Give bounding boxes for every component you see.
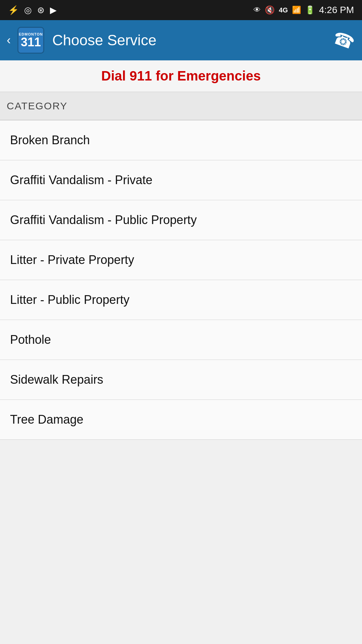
service-list-item[interactable]: Litter - Private Property (0, 240, 362, 280)
service-list-item[interactable]: Graffiti Vandalism - Public Property (0, 200, 362, 240)
mute-icon: 🔇 (265, 5, 275, 15)
app-logo: EDMONTON 311 (17, 27, 44, 54)
usb-icon: ⚡ (8, 5, 19, 15)
service-item-label: Litter - Public Property (10, 293, 129, 307)
category-label: CATEGORY (7, 100, 68, 111)
emergency-banner: Dial 911 for Emergencies (0, 60, 362, 92)
wifi-icon: ⊛ (37, 5, 45, 15)
service-list-item[interactable]: Broken Branch (0, 120, 362, 160)
logo-311: 311 (21, 36, 41, 48)
play-icon: ▶ (50, 5, 57, 15)
service-item-label: Graffiti Vandalism - Private (10, 173, 153, 187)
service-list-item[interactable]: Litter - Public Property (0, 280, 362, 320)
app-bar-left: ‹ EDMONTON 311 Choose Service (7, 27, 157, 54)
status-bar-right-icons: 👁 🔇 4G 📶 🔋 4:26 PM (253, 5, 354, 15)
category-header: CATEGORY (0, 92, 362, 120)
location-icon: ◎ (24, 5, 32, 15)
battery-icon: 🔋 (305, 5, 315, 15)
app-bar: ‹ EDMONTON 311 Choose Service ☎ (0, 20, 362, 60)
service-item-label: Broken Branch (10, 133, 90, 147)
eye-icon: 👁 (253, 6, 261, 14)
lte-icon: 4G (279, 6, 288, 14)
page-title: Choose Service (52, 32, 157, 49)
status-bar: ⚡ ◎ ⊛ ▶ 👁 🔇 4G 📶 🔋 4:26 PM (0, 0, 362, 20)
service-item-label: Graffiti Vandalism - Public Property (10, 213, 197, 227)
service-list-item[interactable]: Sidewalk Repairs (0, 360, 362, 400)
service-list-item[interactable]: Tree Damage (0, 400, 362, 440)
service-list-item[interactable]: Graffiti Vandalism - Private (0, 160, 362, 200)
service-list-item[interactable]: Pothole (0, 320, 362, 360)
status-bar-left-icons: ⚡ ◎ ⊛ ▶ (8, 5, 57, 15)
status-time: 4:26 PM (319, 5, 354, 15)
service-item-label: Sidewalk Repairs (10, 373, 103, 387)
service-item-label: Tree Damage (10, 413, 83, 427)
service-item-label: Litter - Private Property (10, 253, 134, 267)
emergency-text: Dial 911 for Emergencies (101, 68, 261, 83)
footer-space (0, 440, 362, 507)
phone-button[interactable]: ☎ (332, 29, 355, 52)
back-button[interactable]: ‹ (7, 33, 11, 47)
service-item-label: Pothole (10, 333, 51, 347)
service-list: Broken BranchGraffiti Vandalism - Privat… (0, 120, 362, 440)
signal-icon: 📶 (292, 6, 301, 14)
phone-icon: ☎ (330, 27, 357, 54)
